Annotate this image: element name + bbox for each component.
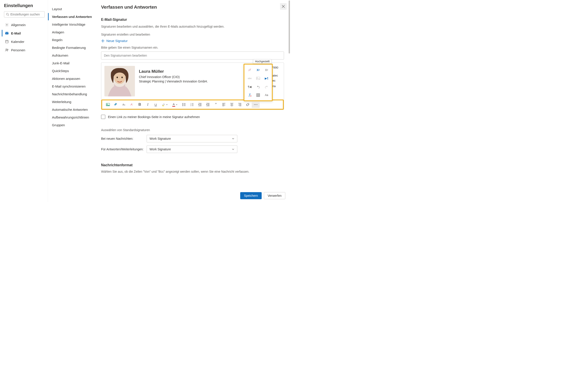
signature-name-prompt: Bitte geben Sie einen Signaturnamen ein.	[101, 46, 284, 49]
svg-rect-17	[256, 94, 260, 97]
italic-button[interactable]: I	[144, 101, 152, 108]
search-input-wrapper[interactable]	[4, 11, 45, 17]
discard-button[interactable]: Verwerfen	[264, 192, 285, 199]
message-format-heading: Nachrichtenformat	[101, 163, 284, 167]
sub-sweep[interactable]: Aufräumen	[48, 52, 94, 59]
sub-compose-reply[interactable]: Verfassen und Antworten	[48, 13, 94, 20]
category-people[interactable]: Personen	[4, 47, 45, 53]
gear-icon	[5, 23, 9, 27]
sub-layout[interactable]: Layout	[48, 5, 94, 13]
svg-rect-15	[256, 77, 260, 80]
message-format-desc: Wählen Sie aus, ob die Zeilen "Von" und …	[101, 170, 284, 173]
svg-point-2	[6, 24, 8, 26]
svg-point-65	[254, 104, 255, 105]
bullet-list-button[interactable]	[180, 101, 188, 108]
sub-retention[interactable]: Aufbewahrungsrichtlinien	[48, 114, 94, 121]
sub-junk[interactable]: Junk-E-Mail	[48, 59, 94, 67]
quote-button[interactable]: ”	[212, 101, 220, 108]
scrollbar[interactable]	[288, 0, 291, 202]
superscript-button[interactable]: X2	[254, 66, 262, 74]
save-button[interactable]: Speichern	[240, 192, 262, 199]
ltr-button[interactable]: ▶¶	[263, 74, 270, 82]
signature-avatar	[104, 66, 135, 96]
numbered-list-button[interactable]: 123	[188, 101, 196, 108]
category-label: Allgemein	[11, 23, 26, 27]
new-signature-button[interactable]: Neue Signatur	[101, 39, 284, 43]
signature-editor[interactable]: Hochgestellt X2 X2 abc ▶¶ ¶◀ Aa	[101, 63, 284, 110]
category-calendar[interactable]: Kalender	[4, 38, 45, 45]
new-messages-label: Bei neuen Nachrichten:	[101, 137, 147, 140]
underline-button[interactable]: U	[152, 101, 160, 108]
redo-button[interactable]	[263, 83, 270, 91]
sub-conditional-formatting[interactable]: Bedingte Formatierung	[48, 44, 94, 51]
svg-rect-4	[6, 41, 8, 43]
plus-icon	[101, 39, 105, 43]
sub-message-handling[interactable]: Nachrichtenbehandlung	[48, 90, 94, 98]
indent-button[interactable]	[204, 101, 212, 108]
align-right-button[interactable]	[236, 101, 244, 108]
signature-role: Chief Innovation Officer (CIO)	[139, 75, 208, 79]
settings-title: Einstellungen	[4, 3, 45, 8]
svg-point-8	[6, 49, 7, 50]
sub-quicksteps[interactable]: QuickSteps	[48, 67, 94, 74]
svg-text:1: 1	[190, 103, 191, 104]
scrollbar-thumb[interactable]	[289, 0, 290, 54]
font-color-button[interactable]: A	[170, 101, 180, 108]
selected-signature: Work Signature	[150, 147, 171, 151]
clear-formatting-button[interactable]	[246, 91, 254, 99]
svg-text:2: 2	[190, 104, 191, 105]
undo-button[interactable]	[254, 83, 262, 91]
signature-sub: Signaturen erstellen und bearbeiten	[101, 33, 284, 36]
svg-rect-30	[106, 103, 110, 106]
svg-point-16	[257, 78, 258, 78]
new-messages-select[interactable]: Work Signature	[147, 135, 237, 142]
category-general[interactable]: Allgemein	[4, 21, 45, 28]
format-painter-button[interactable]	[112, 101, 120, 108]
remove-link-button[interactable]	[246, 66, 254, 74]
sub-auto-replies[interactable]: Automatische Antworten	[48, 106, 94, 113]
close-icon	[282, 5, 285, 8]
subcategory-list: Layout Verfassen und Antworten Intellige…	[48, 0, 94, 202]
highlight-button[interactable]	[160, 101, 170, 108]
sub-groups[interactable]: Gruppen	[48, 121, 94, 129]
font-size-button[interactable]: A◦	[128, 101, 136, 108]
align-left-button[interactable]	[220, 101, 228, 108]
sub-attachments[interactable]: Anlagen	[48, 28, 94, 36]
svg-point-9	[7, 49, 8, 50]
bookings-label: Einen Link zu meiner Bookings-Seite in m…	[108, 115, 200, 119]
search-icon	[6, 13, 9, 16]
category-email[interactable]: E-Mail	[2, 30, 45, 37]
subscript-button[interactable]: X2	[263, 66, 270, 74]
sub-forwarding[interactable]: Weiterleitung	[48, 98, 94, 105]
svg-point-33	[183, 103, 183, 104]
svg-point-25	[121, 77, 123, 78]
close-button[interactable]	[280, 3, 287, 10]
signature-name-input[interactable]	[101, 52, 284, 59]
search-input[interactable]	[10, 13, 43, 16]
change-case-button[interactable]: Aa	[263, 91, 270, 99]
insert-image-alt-button[interactable]	[254, 74, 262, 82]
sub-smart-suggestions[interactable]: Intelligente Vorschläge	[48, 21, 94, 28]
sub-sync-email[interactable]: E-Mail synchronisieren	[48, 83, 94, 90]
chevron-down-icon	[232, 148, 234, 151]
calendar-icon	[5, 40, 9, 43]
insert-image-button[interactable]	[104, 101, 112, 108]
replies-select[interactable]: Work Signature	[147, 145, 237, 153]
rtl-button[interactable]: ¶◀	[246, 83, 254, 91]
align-center-button[interactable]	[228, 101, 236, 108]
font-family-button[interactable]: AA	[120, 101, 128, 108]
chevron-down-icon	[166, 104, 168, 106]
new-signature-label: Neue Signatur	[106, 39, 128, 43]
sub-rules[interactable]: Regeln	[48, 36, 94, 43]
outdent-button[interactable]	[196, 101, 204, 108]
insert-table-button[interactable]	[254, 91, 262, 99]
signature-department: Strategic Planning | Viennatech Innovati…	[139, 80, 208, 83]
insert-link-button[interactable]	[244, 101, 252, 108]
sub-customize-actions[interactable]: Aktionen anpassen	[48, 75, 94, 82]
strikethrough-button[interactable]: abc	[246, 74, 254, 82]
bold-button[interactable]: B	[136, 101, 144, 108]
svg-line-1	[8, 15, 9, 16]
more-options-button[interactable]	[252, 101, 260, 108]
bookings-checkbox[interactable]	[101, 115, 105, 119]
signature-description: Signaturen bearbeiten und auswählen, die…	[101, 25, 284, 28]
